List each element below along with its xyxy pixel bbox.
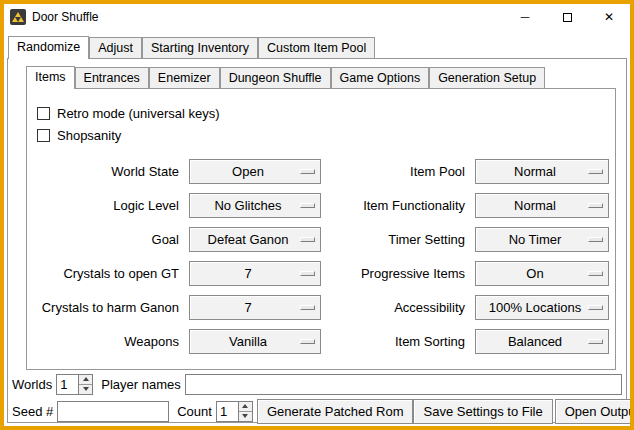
worlds-spinner-buttons[interactable] [78,374,93,395]
maximize-button[interactable] [546,4,588,30]
tab-adjust[interactable]: Adjust [89,37,142,58]
accessibility-dropdown[interactable]: 100% Locations [475,295,609,320]
randomize-page: Items Entrances Enemizer Dungeon Shuffle… [7,58,627,423]
dropdown-indicator-icon [300,203,315,208]
worlds-label: Worlds [12,377,52,392]
dropdown-value: Balanced [508,334,576,349]
dropdown-indicator-icon [588,271,603,276]
dropdown-value: On [526,266,557,281]
minimize-button[interactable]: ─ [504,4,546,30]
dropdown-indicator-icon [300,169,315,174]
dropdown-indicator-icon [300,271,315,276]
tab-randomize[interactable]: Randomize [8,36,89,59]
spinner-up-icon[interactable] [239,402,252,412]
field-label-world-state: World State [33,164,181,179]
open-output-directory-button[interactable]: Open Output Directory [555,399,634,424]
close-button[interactable]: ✕ [588,4,630,30]
retro-mode-label: Retro mode (universal keys) [57,106,220,121]
inner-notebook: Items Entrances Enemizer Dungeon Shuffle… [26,65,616,370]
main-tab-bar: Randomize Adjust Starting Inventory Cust… [4,35,630,58]
bottom-controls: Worlds Player names Seed # Count [8,370,626,429]
seed-row: Seed # Count Generate Patched Rom Save S… [12,399,622,424]
tab-starting-inventory[interactable]: Starting Inventory [142,37,258,58]
retro-mode-checkbox-row[interactable]: Retro mode (universal keys) [37,106,615,121]
field-label-item-pool: Item Pool [329,164,467,179]
close-icon: ✕ [604,10,614,24]
items-page: Retro mode (universal keys) Shopsanity W… [26,88,616,370]
sub-tab-bar: Items Entrances Enemizer Dungeon Shuffle… [26,65,616,88]
retro-mode-checkbox[interactable] [37,107,50,120]
dropdown-indicator-icon [300,339,315,344]
tab-enemizer[interactable]: Enemizer [149,67,220,88]
crystals-open-gt-dropdown[interactable]: 7 [189,261,321,286]
field-label-weapons: Weapons [33,334,181,349]
field-label-crystals-open-gt: Crystals to open GT [33,266,181,281]
tab-generation-setup[interactable]: Generation Setup [429,67,545,88]
spinner-down-icon[interactable] [79,385,92,395]
options-grid: World State Open Item Pool Normal Logic … [33,159,611,354]
generate-patched-rom-button[interactable]: Generate Patched Rom [257,399,414,424]
worlds-input[interactable] [56,374,78,395]
shopsanity-label: Shopsanity [57,128,121,143]
dropdown-value: 100% Locations [489,300,596,315]
tab-dungeon-shuffle[interactable]: Dungeon Shuffle [220,67,331,88]
field-label-goal: Goal [33,232,181,247]
field-label-item-functionality: Item Functionality [329,198,467,213]
shopsanity-checkbox-row[interactable]: Shopsanity [37,128,615,143]
crystals-harm-ganon-dropdown[interactable]: 7 [189,295,321,320]
dropdown-value: Defeat Ganon [208,232,303,247]
field-label-crystals-harm-ganon: Crystals to harm Ganon [33,300,181,315]
title-bar: Door Shuffle ─ ✕ [4,4,630,30]
dropdown-value: Normal [514,198,570,213]
count-spinner[interactable] [216,401,253,422]
item-sorting-dropdown[interactable]: Balanced [475,329,609,354]
dropdown-indicator-icon [588,169,603,174]
tab-custom-item-pool[interactable]: Custom Item Pool [258,37,375,58]
minimize-icon: ─ [521,10,530,24]
door-shuffle-window: Door Shuffle ─ ✕ Randomize Adjust Starti… [0,0,634,430]
dropdown-value: 7 [244,266,265,281]
world-state-dropdown[interactable]: Open [189,159,321,184]
dropdown-value: No Timer [509,232,576,247]
count-spinner-buttons[interactable] [238,401,253,422]
player-names-input[interactable] [185,374,622,395]
count-input[interactable] [216,401,238,422]
count-label: Count [177,404,212,419]
item-pool-dropdown[interactable]: Normal [475,159,609,184]
timer-setting-dropdown[interactable]: No Timer [475,227,609,252]
dropdown-value: No Glitches [214,198,295,213]
seed-label: Seed # [12,404,53,419]
dropdown-value: Vanilla [229,334,281,349]
tab-items[interactable]: Items [26,66,75,89]
worlds-spinner[interactable] [56,374,93,395]
app-icon [10,9,26,25]
spinner-up-icon[interactable] [79,375,92,385]
tab-game-options[interactable]: Game Options [331,67,430,88]
field-label-logic-level: Logic Level [33,198,181,213]
goal-dropdown[interactable]: Defeat Ganon [189,227,321,252]
field-label-item-sorting: Item Sorting [329,334,467,349]
dropdown-indicator-icon [300,237,315,242]
window-title: Door Shuffle [32,10,504,24]
dropdown-indicator-icon [588,203,603,208]
dropdown-indicator-icon [588,237,603,242]
save-settings-button[interactable]: Save Settings to File [413,399,552,424]
field-label-accessibility: Accessibility [329,300,467,315]
shopsanity-checkbox[interactable] [37,129,50,142]
weapons-dropdown[interactable]: Vanilla [189,329,321,354]
item-functionality-dropdown[interactable]: Normal [475,193,609,218]
tab-entrances[interactable]: Entrances [75,67,149,88]
field-label-progressive-items: Progressive Items [329,266,467,281]
seed-input[interactable] [57,401,169,422]
dropdown-value: 7 [244,300,265,315]
player-names-label: Player names [101,377,180,392]
progressive-items-dropdown[interactable]: On [475,261,609,286]
field-label-timer-setting: Timer Setting [329,232,467,247]
dropdown-value: Normal [514,164,570,179]
worlds-row: Worlds Player names [12,374,622,395]
spinner-down-icon[interactable] [239,412,252,422]
maximize-icon [563,13,572,22]
dropdown-indicator-icon [300,305,315,310]
logic-level-dropdown[interactable]: No Glitches [189,193,321,218]
dropdown-indicator-icon [588,339,603,344]
